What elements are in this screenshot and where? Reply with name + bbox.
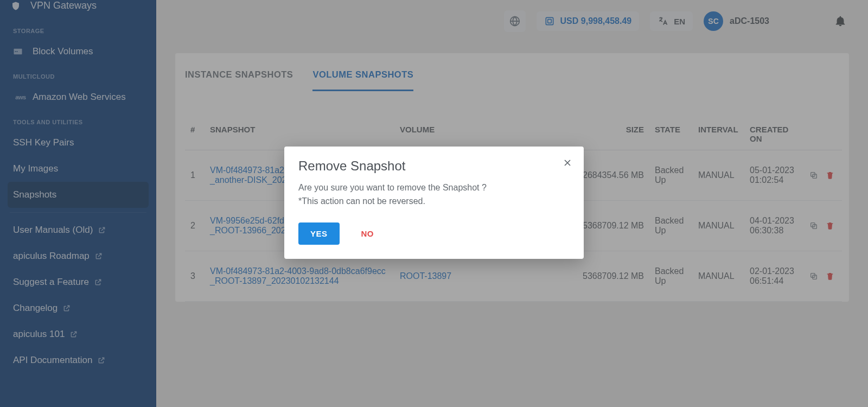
modal-body: Are you sure you want to remove the Snap…: [298, 181, 570, 208]
yes-button[interactable]: YES: [298, 222, 340, 245]
remove-snapshot-modal: Remove Snapshot Are you sure you want to…: [284, 147, 584, 259]
modal-actions: YES NO: [298, 222, 570, 245]
modal-overlay[interactable]: Remove Snapshot Are you sure you want to…: [0, 0, 868, 407]
no-button[interactable]: NO: [361, 229, 374, 238]
close-icon[interactable]: [562, 157, 573, 168]
modal-title: Remove Snapshot: [298, 158, 570, 174]
